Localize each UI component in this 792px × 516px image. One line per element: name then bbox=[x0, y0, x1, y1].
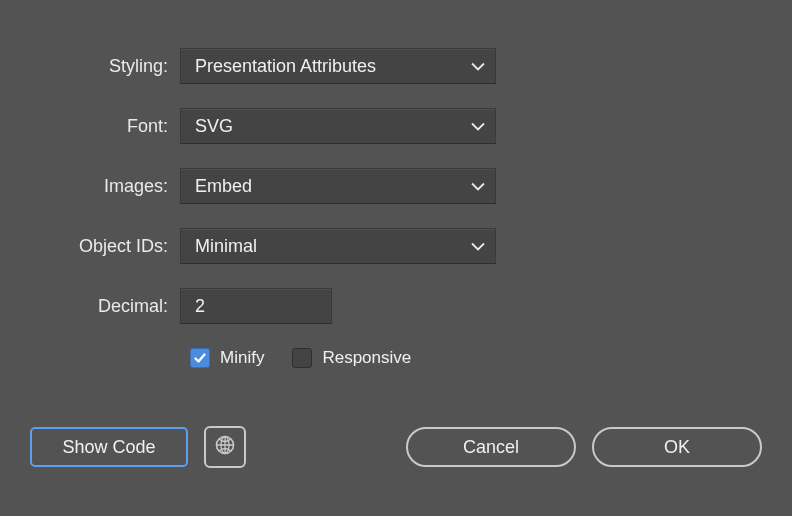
checkbox-minify[interactable]: Minify bbox=[190, 348, 264, 368]
label-decimal: Decimal: bbox=[30, 296, 180, 317]
checkbox-responsive-box bbox=[292, 348, 312, 368]
ok-label: OK bbox=[664, 437, 690, 458]
label-styling: Styling: bbox=[30, 56, 180, 77]
button-row: Show Code Cancel OK bbox=[30, 426, 762, 468]
select-images-value: Embed bbox=[195, 176, 252, 197]
input-decimal[interactable]: 2 bbox=[180, 288, 332, 324]
row-object-ids: Object IDs: Minimal bbox=[30, 228, 762, 264]
checkbox-responsive[interactable]: Responsive bbox=[292, 348, 411, 368]
select-object-ids[interactable]: Minimal bbox=[180, 228, 496, 264]
show-code-label: Show Code bbox=[62, 437, 155, 458]
input-decimal-value: 2 bbox=[195, 296, 205, 317]
select-styling-value: Presentation Attributes bbox=[195, 56, 376, 77]
row-font: Font: SVG bbox=[30, 108, 762, 144]
select-object-ids-value: Minimal bbox=[195, 236, 257, 257]
row-styling: Styling: Presentation Attributes bbox=[30, 48, 762, 84]
checkbox-responsive-label: Responsive bbox=[322, 348, 411, 368]
cancel-button[interactable]: Cancel bbox=[406, 427, 576, 467]
label-font: Font: bbox=[30, 116, 180, 137]
chevron-down-icon bbox=[471, 56, 485, 77]
checkbox-minify-label: Minify bbox=[220, 348, 264, 368]
row-images: Images: Embed bbox=[30, 168, 762, 204]
chevron-down-icon bbox=[471, 116, 485, 137]
globe-icon bbox=[214, 434, 236, 461]
checkbox-minify-box bbox=[190, 348, 210, 368]
chevron-down-icon bbox=[471, 176, 485, 197]
chevron-down-icon bbox=[471, 236, 485, 257]
svg-options-panel: Styling: Presentation Attributes Font: S… bbox=[0, 0, 792, 496]
show-code-button[interactable]: Show Code bbox=[30, 427, 188, 467]
select-styling[interactable]: Presentation Attributes bbox=[180, 48, 496, 84]
label-object-ids: Object IDs: bbox=[30, 236, 180, 257]
select-font-value: SVG bbox=[195, 116, 233, 137]
cancel-label: Cancel bbox=[463, 437, 519, 458]
web-preview-button[interactable] bbox=[204, 426, 246, 468]
select-font[interactable]: SVG bbox=[180, 108, 496, 144]
row-decimal: Decimal: 2 bbox=[30, 288, 762, 324]
label-images: Images: bbox=[30, 176, 180, 197]
select-images[interactable]: Embed bbox=[180, 168, 496, 204]
ok-button[interactable]: OK bbox=[592, 427, 762, 467]
checkbox-row: Minify Responsive bbox=[190, 348, 762, 368]
